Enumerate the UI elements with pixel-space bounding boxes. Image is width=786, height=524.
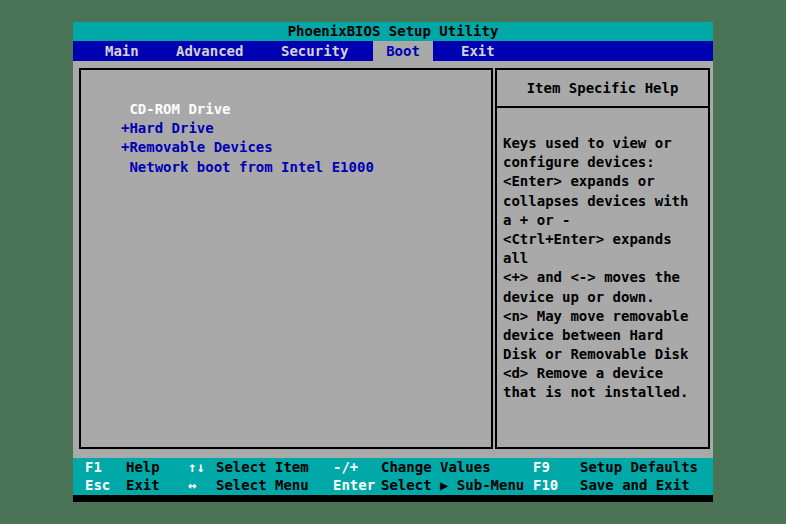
help-line: that is not installed. xyxy=(503,383,702,402)
boot-options-panel: CD-ROM Drive +Hard Drive +Removable Devi… xyxy=(79,68,493,449)
tab-exit[interactable]: Exit xyxy=(461,41,495,61)
legend-exit: Exit xyxy=(126,476,160,495)
legend-help: Help xyxy=(126,458,160,477)
legend-change-values: Change Values xyxy=(381,458,491,477)
tab-advanced[interactable]: Advanced xyxy=(176,41,243,61)
bios-screen: PhoenixBIOS Setup Utility Main Advanced … xyxy=(73,22,713,502)
tab-boot-active[interactable]: Boot xyxy=(373,41,433,61)
key-esc: Esc xyxy=(85,476,110,495)
key-legend-bar: F1 Help ↑↓ Select Item -/+ Change Values… xyxy=(73,458,713,495)
tab-security[interactable]: Security xyxy=(281,41,348,61)
boot-item-label: Network boot from Intel E1000 xyxy=(129,159,373,175)
boot-item-cdrom-drive[interactable]: CD-ROM Drive xyxy=(121,100,491,119)
legend-select-item: Select Item xyxy=(216,458,309,477)
help-line: device up or down. xyxy=(503,288,702,307)
left-right-arrows-icon: ↔ xyxy=(188,476,196,495)
key-f9: F9 xyxy=(533,458,550,477)
key-legend-row-1: F1 Help ↑↓ Select Item -/+ Change Values… xyxy=(73,458,713,477)
help-line: Keys used to view or xyxy=(503,134,702,153)
help-line: all xyxy=(503,249,702,268)
legend-select-submenu: Select ▶ Sub-Menu xyxy=(381,476,524,495)
help-line: <Ctrl+Enter> expands xyxy=(503,230,702,249)
help-panel: Item Specific Help Keys used to view or … xyxy=(495,68,710,449)
boot-order-list: CD-ROM Drive +Hard Drive +Removable Devi… xyxy=(81,100,491,177)
help-line: a + or - xyxy=(503,211,702,230)
help-line: configure devices: xyxy=(503,153,702,172)
legend-select-menu: Select Menu xyxy=(216,476,309,495)
boot-item-hard-drive[interactable]: +Hard Drive xyxy=(121,119,491,138)
help-line: collapses devices with xyxy=(503,192,702,211)
key-legend-row-2: Esc Exit ↔ Select Menu Enter Select ▶ Su… xyxy=(73,476,713,495)
help-line: <n> May move removable xyxy=(503,307,702,326)
window-title: PhoenixBIOS Setup Utility xyxy=(73,22,713,41)
key-f10: F10 xyxy=(533,476,558,495)
key-minus-plus: -/+ xyxy=(333,458,358,477)
boot-item-label: Removable Devices xyxy=(129,139,272,155)
up-down-arrows-icon: ↑↓ xyxy=(188,458,205,477)
menu-bar: Main Advanced Security Boot Exit xyxy=(73,41,713,61)
key-f1: F1 xyxy=(85,458,102,477)
boot-item-network-boot[interactable]: Network boot from Intel E1000 xyxy=(121,158,491,177)
key-enter: Enter xyxy=(333,476,375,495)
boot-item-removable-devices[interactable]: +Removable Devices xyxy=(121,138,491,157)
boot-item-label: Hard Drive xyxy=(129,120,213,136)
help-line: <+> and <-> moves the xyxy=(503,268,702,287)
boot-item-label: CD-ROM Drive xyxy=(129,101,230,117)
tab-main[interactable]: Main xyxy=(105,41,139,61)
screen-bottom-strip xyxy=(73,495,713,502)
help-panel-title: Item Specific Help xyxy=(497,70,708,108)
help-line: Disk or Removable Disk xyxy=(503,345,702,364)
help-panel-text: Keys used to view or configure devices: … xyxy=(497,134,708,403)
legend-save-and-exit: Save and Exit xyxy=(580,476,690,495)
help-line: device between Hard xyxy=(503,326,702,345)
legend-setup-defaults: Setup Defaults xyxy=(580,458,698,477)
help-line: <d> Remove a device xyxy=(503,364,702,383)
bios-body: CD-ROM Drive +Hard Drive +Removable Devi… xyxy=(73,61,713,458)
help-line: <Enter> expands or xyxy=(503,172,702,191)
